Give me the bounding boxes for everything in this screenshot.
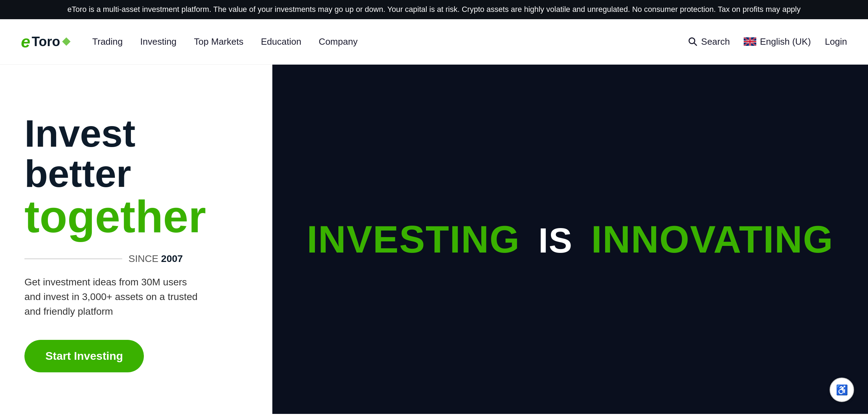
nav-item-trading[interactable]: Trading: [92, 36, 123, 47]
tagline-investing: INVESTING: [307, 218, 520, 261]
logo[interactable]: eToro: [21, 32, 71, 51]
start-investing-button[interactable]: Start Investing: [24, 340, 144, 372]
header-left: eToro Trading Investing Top Markets Educ…: [21, 32, 358, 51]
login-button[interactable]: Login: [825, 36, 847, 47]
since-divider: [24, 258, 122, 259]
banner-text: eToro is a multi-asset investment platfo…: [67, 5, 801, 14]
language-label: English (UK): [760, 36, 811, 47]
svg-point-0: [689, 38, 695, 44]
hero-description: Get investment ideas from 30M users and …: [24, 275, 199, 319]
hero-title-line1: Invest better: [24, 112, 135, 195]
nav-item-education[interactable]: Education: [261, 36, 301, 47]
nav-item-top-markets[interactable]: Top Markets: [194, 36, 244, 47]
header: eToro Trading Investing Top Markets Educ…: [0, 19, 868, 65]
since-line: SINCE 2007: [24, 253, 248, 264]
left-panel: Invest better together SINCE 2007 Get in…: [0, 65, 272, 414]
since-year: 2007: [161, 253, 183, 264]
accessibility-button[interactable]: ♿: [830, 378, 854, 402]
main-content: Invest better together SINCE 2007 Get in…: [0, 65, 868, 414]
svg-line-1: [694, 43, 697, 46]
search-label: Search: [701, 36, 730, 47]
main-nav: Trading Investing Top Markets Education …: [92, 36, 358, 47]
header-right: Search English (UK) Login: [688, 36, 847, 47]
tagline-is: IS: [538, 221, 573, 260]
tagline-innovating: INNOVATING: [591, 218, 833, 261]
language-button[interactable]: English (UK): [744, 36, 811, 47]
hero-title: Invest better together: [24, 113, 248, 250]
top-banner: eToro is a multi-asset investment platfo…: [0, 0, 868, 19]
logo-icon: [61, 37, 71, 46]
tagline-line: INVESTING IS INNOVATING: [307, 216, 834, 262]
nav-item-company[interactable]: Company: [319, 36, 358, 47]
nav-item-investing[interactable]: Investing: [140, 36, 177, 47]
right-panel: INVESTING IS INNOVATING: [272, 65, 868, 414]
search-icon: [688, 37, 698, 46]
hero-title-line2: together: [24, 194, 248, 239]
uk-flag-icon: [744, 37, 756, 46]
accessibility-icon: ♿: [836, 384, 848, 396]
since-text: SINCE 2007: [128, 253, 183, 264]
search-button[interactable]: Search: [688, 36, 730, 47]
investing-tagline: INVESTING IS INNOVATING: [307, 216, 834, 262]
logo-toro: Toro: [32, 34, 60, 49]
logo-e: e: [21, 32, 30, 51]
